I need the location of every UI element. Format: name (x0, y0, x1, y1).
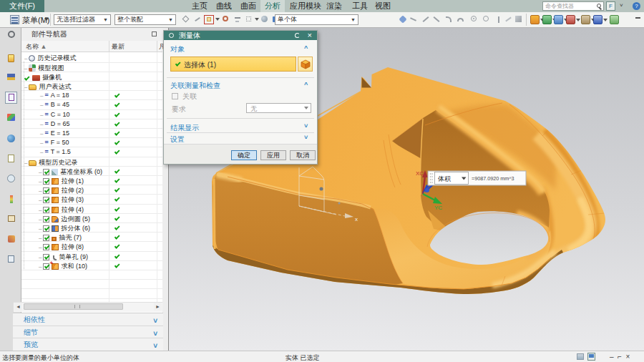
svg-text:x: x (355, 216, 358, 222)
svg-text:体积: 体积 (438, 175, 451, 182)
svg-text:=9087.0920 mm^3: =9087.0920 mm^3 (472, 175, 514, 182)
svg-text:XC: XC (416, 170, 424, 177)
svg-text:YC: YC (434, 205, 442, 211)
